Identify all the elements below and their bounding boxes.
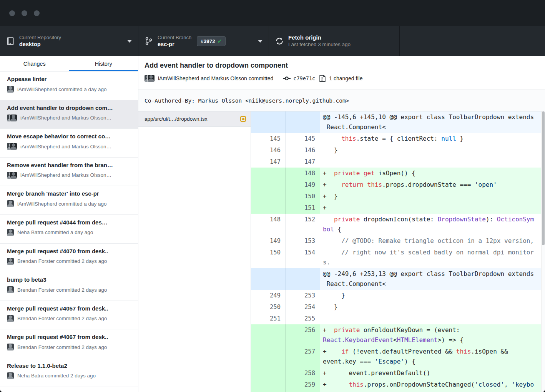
avatar [7,86,14,93]
code-text: } [320,301,541,313]
new-line-number: 255 [286,313,320,324]
new-line-number: 151 [286,202,320,214]
chevron-down-icon [258,40,263,43]
commit-row-meta: Neha Batra committed 2 days ago [17,373,96,379]
pr-number: #3972 [201,38,215,44]
diff-line: 146146 } [251,145,541,156]
commit-row-title: Remove event handler from the bran… [7,162,133,168]
minimize-window-button[interactable] [22,10,27,16]
diff-line: 148152 private dropdownIcon(state: Dropd… [251,214,541,235]
code-text: + if (!event.defaultPrevented && this.is… [320,346,541,367]
chevron-down-icon [127,40,132,43]
avatar [7,372,14,379]
commit-row[interactable]: Release to 1.1.0-beta2Neha Batra committ… [0,358,138,387]
old-line-number: 146 [251,145,286,156]
tab-changes[interactable]: Changes [0,56,69,71]
commit-row-meta: iAmWillShepherd and Markus Olsson… [20,115,111,121]
new-line-number: 149 [286,179,320,191]
diff-line: 249253 } [251,290,541,301]
new-line-number: 146 [286,145,320,156]
commit-list: Appease linteriAmWillShepherd committed … [0,71,138,392]
diff-line: 250254 } [251,301,541,313]
commit-row[interactable]: Merge branch 'master' into esc-priAmWill… [0,186,138,215]
code-text: } [320,145,541,156]
commit-row[interactable]: Move escape behavior to correct co…iAmWi… [0,129,138,158]
commit-row-title: Merge branch 'master' into esc-pr [7,190,133,197]
diff-line: 251255 [251,313,541,324]
commit-row[interactable]: Merge pull request #4073 from des… [0,387,138,392]
changed-file-list: app/src/ui/t…/dropdown.tsx [138,111,251,392]
new-line-number: 254 [286,301,320,313]
new-line-number: 154 [286,247,320,268]
github-desktop-window: Current Repository desktop Current Branc… [0,0,545,392]
diff-line: 150154 // right now it's scaled badly on… [251,247,541,268]
code-text [320,313,541,324]
avatar [7,229,14,236]
avatar [7,315,14,322]
new-line-number: 147 [286,156,320,168]
commit-row[interactable]: Merge pull request #4057 from desk..Bren… [0,301,138,330]
new-line-number: 150 [286,191,320,202]
traffic-lights[interactable] [9,10,40,16]
commit-row[interactable]: bump to beta3Brendan Forster committed 2… [0,272,138,301]
commit-row[interactable]: Merge pull request #4070 from desk..Bren… [0,244,138,272]
commit-header: Add event handler to dropdown component … [138,56,545,90]
close-window-button[interactable] [9,10,15,16]
maximize-window-button[interactable] [34,10,40,16]
diff-line: 256+ private onFoldoutKeyDown = (event:R… [251,324,541,346]
fetch-sublabel: Last fetched 3 minutes ago [288,42,351,48]
branch-label: Current Branch [158,35,191,41]
commit-row[interactable]: Remove event handler from the bran…iAmWi… [0,158,138,186]
commit-row-meta: Neha Batra committed a day ago [17,229,93,235]
code-text: + this.props.onDropdownStateChanged('clo… [320,379,541,392]
code-text: + private onFoldoutKeyDown = (event:Reac… [320,324,541,346]
new-line-number: 145 [286,133,320,145]
commit-title: Add event handler to dropdown component [145,61,539,70]
old-line-number [251,111,286,133]
code-text: + [320,202,541,214]
commit-sha: c79e71c [293,75,315,81]
fetch-origin-button[interactable]: Fetch origin Last fetched 3 minutes ago [269,26,400,56]
diff-line: 149+ return this.props.dropdownState ===… [251,179,541,191]
code-text: @@ -145,6 +145,10 @@ export class Toolba… [320,111,541,133]
new-line-number: 258 [286,367,320,379]
diff-line: 258+ event.preventDefault() [251,367,541,379]
code-text: @@ -249,6 +253,13 @@ export class Toolba… [320,268,541,290]
new-line-number [286,268,320,290]
new-line-number [286,111,320,133]
current-repository-button[interactable]: Current Repository desktop [0,26,138,56]
changed-files-count: 1 changed file [329,75,362,81]
avatar [7,143,17,150]
old-line-number [251,324,286,346]
code-text: + event.preventDefault() [320,367,541,379]
new-line-number: 148 [286,168,320,179]
avatar [148,75,155,82]
ci-check-icon: ✓ [218,38,222,44]
tab-history[interactable]: History [69,56,138,71]
repo-label: Current Repository [19,35,61,41]
avatar [7,200,14,207]
diff-scrollbar[interactable] [541,111,545,392]
commit-row[interactable]: Merge pull request #4044 from des…Neha B… [0,215,138,244]
commit-row[interactable]: Add event handler to dropdown com…iAmWil… [0,100,138,129]
commit-row-meta: iAmWillShepherd and Markus Olsson… [20,172,111,178]
diff-line: 147147 [251,156,541,168]
commit-row-title: Release to 1.1.0-beta2 [7,362,133,369]
old-line-number: 149 [251,235,286,247]
git-commit-icon [283,75,291,82]
current-branch-button[interactable]: Current Branch esc-pr #3972 ✓ [138,26,269,56]
toolbar: Current Repository desktop Current Branc… [0,26,545,56]
new-line-number: 256 [286,324,320,346]
old-line-number [251,268,286,290]
avatar [7,286,14,293]
commit-detail-pane: Add event handler to dropdown component … [138,56,545,392]
code-text: + private get isOpen() { [320,168,541,179]
old-line-number [251,191,286,202]
commit-row[interactable]: Merge pull request #4067 from desk..Bren… [0,329,138,358]
file-row[interactable]: app/src/ui/t…/dropdown.tsx [138,111,251,127]
avatar [7,115,17,121]
avatar [7,172,17,179]
commit-row[interactable]: Appease linteriAmWillShepherd committed … [0,71,138,100]
old-line-number [251,179,286,191]
scrollbar-thumb[interactable] [542,111,545,245]
